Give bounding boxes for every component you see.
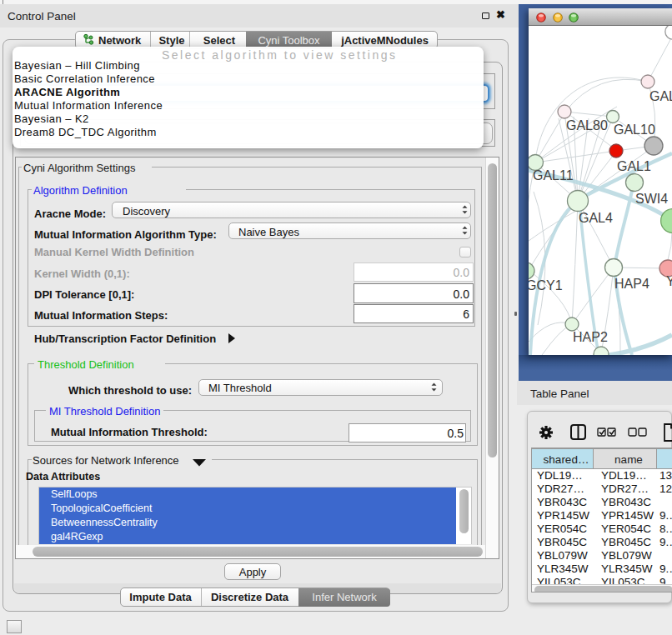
svg-text:GAL4: GAL4: [579, 211, 613, 225]
svg-text:GAL10: GAL10: [614, 122, 655, 137]
svg-text:HAP4: HAP4: [614, 277, 649, 291]
svg-text:GAL11: GAL11: [533, 168, 574, 182]
svg-text:Y: Y: [666, 274, 672, 288]
svg-text:HAP2: HAP2: [573, 330, 608, 344]
svg-text:GAL80: GAL80: [566, 118, 608, 132]
svg-text:SWI4: SWI4: [635, 192, 668, 206]
svg-text:GAL7: GAL7: [649, 89, 672, 103]
svg-text:GAL1: GAL1: [617, 159, 651, 173]
svg-text:GCY1: GCY1: [529, 278, 563, 292]
